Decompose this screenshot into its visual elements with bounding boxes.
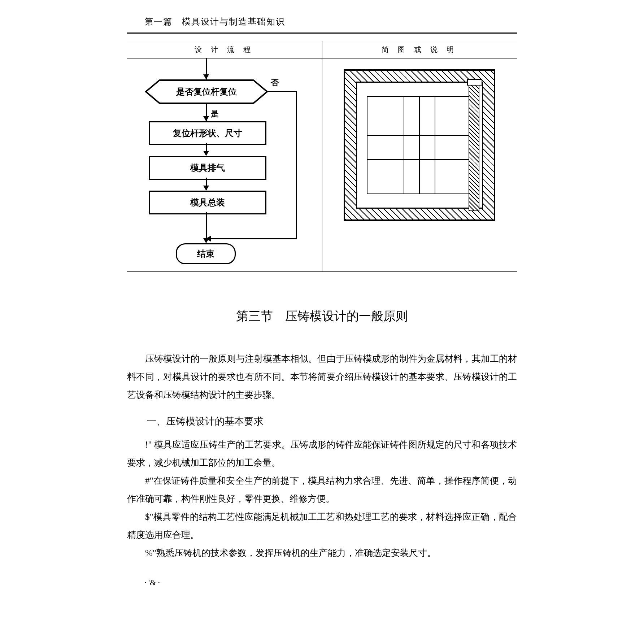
flow-process-2: 模具排气 [149,156,266,180]
bullet: $" [145,512,153,522]
subheading-1: 一、压铸模设计的基本要求 [127,415,517,428]
layout-table: 设 计 流 程 是否复位杆复位 否 是 [127,41,517,272]
item-text: 模具应适应压铸生产的工艺要求。压铸成形的铸件应能保证铸件图所规定的尺寸和各项技术… [127,440,517,467]
page-number: · '& · [127,578,517,587]
flow-process-1: 复位杆形状、尺寸 [149,121,266,145]
intro-paragraph: 压铸模设计的一般原则与注射模基本相似。但由于压铸模成形的制件为金属材料，其加工的… [127,350,517,404]
arrow-head-icon [203,116,209,121]
item-text: 模具零件的结构工艺性应能满足机械加工工艺和热处理工艺的要求，材料选择应正确，配合… [127,512,517,540]
list-item-3: $"模具零件的结构工艺性应能满足机械加工工艺和热处理工艺的要求，材料选择应正确，… [127,508,517,544]
item-text: 在保证铸件质量和安全生产的前提下，模具结构力求合理、先进、简单，操作程序简便，动… [127,476,517,504]
flow-label-yes: 是 [211,108,219,119]
header-rule [127,33,517,34]
flow-line [268,91,297,92]
bullet: !" [145,440,152,449]
bullet: #" [145,476,153,486]
list-item-1: !" 模具应适应压铸生产的工艺要求。压铸成形的铸件应能保证铸件图所规定的尺寸和各… [127,436,517,472]
flow-line [206,238,297,239]
flow-terminal: 结束 [176,243,236,264]
flow-label-no: 否 [271,77,279,88]
arrow-head-icon [203,74,209,79]
flow-decision-label: 是否复位杆复位 [145,79,268,104]
bullet: %" [145,548,156,558]
list-item-4: %"熟悉压铸机的技术参数，发挥压铸机的生产能力，准确选定安装尺寸。 [127,544,517,562]
mold-inner-detail [367,96,472,194]
arrow-head-icon [203,186,209,191]
flow-process-3: 模具总装 [149,191,266,214]
flow-decision: 是否复位杆复位 [145,79,268,104]
flow-arrow [206,212,207,238]
arrow-head-icon [203,238,209,243]
mold-cross-section-figure [344,69,495,221]
page-header: 第一篇 模具设计与制造基础知识 [127,16,517,32]
table-header-right: 简 图 或 说 明 [322,41,517,58]
flow-line [296,91,297,239]
section-title: 第三节 压铸模设计的一般原则 [127,308,517,325]
flowchart-figure: 是否复位杆复位 否 是 复位杆形状、尺寸 模具排气 [127,58,322,271]
list-item-2: #"在保证铸件质量和安全生产的前提下，模具结构力求合理、先进、简单，操作程序简便… [127,472,517,508]
item-text: 熟悉压铸机的技术参数，发挥压铸机的生产能力，准确选定安装尺寸。 [156,548,436,558]
arrow-head-icon [203,151,209,156]
table-header-left: 设 计 流 程 [127,41,322,58]
mold-bolt-detail [469,83,479,211]
